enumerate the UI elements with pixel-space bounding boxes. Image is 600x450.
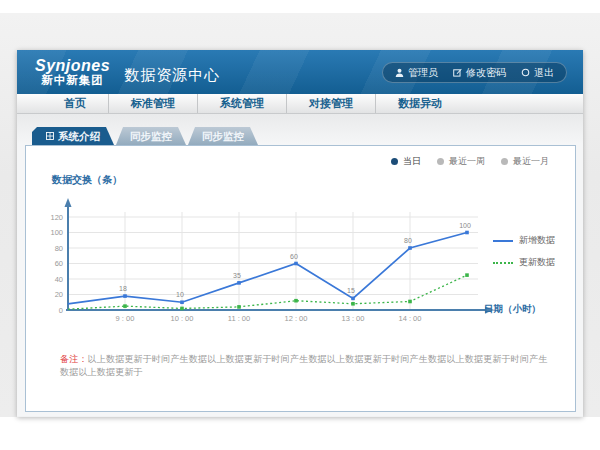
radio-dot-icon	[501, 158, 508, 165]
chart-panel: 当日 最近一周 最近一月 数据交换（条） 0204060801001209 : …	[25, 145, 576, 412]
svg-text:15: 15	[347, 287, 355, 294]
tab-label: 系统介绍	[58, 127, 100, 145]
app-header: Synjones 新中新集团 数据资源中心 管理员 修改密码 退出	[17, 50, 583, 94]
svg-text:12 : 00: 12 : 00	[285, 314, 308, 323]
range-option-label: 当日	[403, 155, 421, 168]
svg-text:100: 100	[50, 228, 63, 237]
svg-text:120: 120	[50, 213, 63, 222]
svg-text:9 : 00: 9 : 00	[116, 314, 135, 323]
legend-label: 新增数据	[519, 234, 555, 247]
logout-button[interactable]: 退出	[521, 66, 554, 80]
time-range-selector: 当日 最近一周 最近一月	[391, 155, 549, 168]
change-password-button[interactable]: 修改密码	[453, 66, 506, 80]
svg-text:10: 10	[176, 291, 184, 298]
radio-dot-icon	[391, 158, 398, 165]
range-option-last-month[interactable]: 最近一月	[501, 155, 549, 168]
range-option-label: 最近一月	[513, 155, 549, 168]
tab-label: 同步监控	[202, 127, 244, 145]
radio-dot-icon	[437, 158, 444, 165]
nav-item-standard-mgmt[interactable]: 标准管理	[108, 94, 197, 113]
tab-label: 同步监控	[130, 127, 172, 145]
footnote: 备注：以上数据更新于时间产生数据以上数据更新于时间产生数据以上数据更新于时间产生…	[60, 353, 555, 379]
range-option-label: 最近一周	[449, 155, 485, 168]
legend-label: 更新数据	[519, 256, 555, 269]
nav-item-data-changes[interactable]: 数据异动	[375, 94, 464, 113]
current-user-label: 管理员	[408, 66, 438, 80]
legend-entry-updated-data[interactable]: 更新数据	[493, 256, 555, 269]
svg-text:13 : 00: 13 : 00	[342, 314, 365, 323]
svg-text:10 : 00: 10 : 00	[171, 314, 194, 323]
dotted-line-icon	[493, 262, 513, 264]
tab-bar: 系统介绍 同步监控 同步监控	[32, 127, 583, 145]
grid-icon	[46, 127, 54, 145]
nav-item-system-mgmt[interactable]: 系统管理	[197, 94, 286, 113]
content-area: 系统介绍 同步监控 同步监控 当日 最近一周	[17, 114, 583, 416]
company-logo: Synjones 新中新集团	[35, 58, 110, 87]
change-password-label: 修改密码	[466, 66, 506, 80]
current-user-button[interactable]: 管理员	[395, 66, 438, 80]
solid-line-icon	[493, 240, 513, 242]
line-chart: 0204060801001209 : 0010 : 0011 : 0012 : …	[38, 190, 518, 330]
tab-system-intro[interactable]: 系统介绍	[32, 127, 114, 145]
nav-item-home[interactable]: 首页	[42, 94, 108, 113]
svg-text:100: 100	[459, 222, 471, 229]
svg-text:0: 0	[59, 306, 63, 315]
legend-entry-new-data[interactable]: 新增数据	[493, 234, 555, 247]
footnote-label: 备注：	[60, 354, 88, 364]
chart-x-axis-title: 日期（小时）	[484, 303, 541, 316]
svg-text:18: 18	[119, 285, 127, 292]
tab-sync-monitor-1[interactable]: 同步监控	[116, 127, 186, 145]
svg-text:60: 60	[55, 259, 63, 268]
user-icon	[395, 68, 404, 77]
svg-text:35: 35	[233, 272, 241, 279]
logo-chinese: 新中新集团	[35, 74, 110, 86]
tab-sync-monitor-2[interactable]: 同步监控	[188, 127, 258, 145]
svg-text:80: 80	[55, 244, 63, 253]
edit-icon	[453, 68, 462, 77]
page-title: 数据资源中心	[124, 66, 220, 85]
range-option-last-week[interactable]: 最近一周	[437, 155, 485, 168]
app-window: Synjones 新中新集团 数据资源中心 管理员 修改密码 退出	[17, 50, 583, 417]
chart-y-axis-title: 数据交换（条）	[52, 173, 122, 187]
logout-label: 退出	[534, 66, 554, 80]
svg-text:60: 60	[290, 253, 298, 260]
logo-english: Synjones	[35, 58, 110, 75]
power-icon	[521, 68, 530, 77]
nav-item-interface-mgmt[interactable]: 对接管理	[286, 94, 375, 113]
user-toolbar: 管理员 修改密码 退出	[382, 62, 567, 83]
svg-text:11 : 00: 11 : 00	[228, 314, 250, 323]
series-legend: 新增数据 更新数据	[493, 234, 555, 269]
svg-text:80: 80	[404, 237, 412, 244]
svg-text:20: 20	[55, 290, 63, 299]
main-nav: 首页 标准管理 系统管理 对接管理 数据异动	[17, 94, 583, 114]
footnote-text: 以上数据更新于时间产生数据以上数据更新于时间产生数据以上数据更新于时间产生数据以…	[60, 354, 548, 377]
svg-text:40: 40	[55, 275, 63, 284]
range-option-today[interactable]: 当日	[391, 155, 421, 168]
svg-text:14 : 00: 14 : 00	[399, 314, 422, 323]
